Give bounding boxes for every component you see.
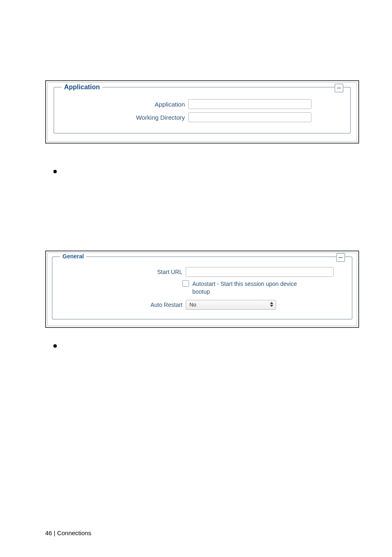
row-working-directory: Working Directory — [62, 112, 343, 122]
mid-spacer — [45, 168, 359, 251]
label-auto-restart: Auto Restart — [59, 302, 186, 308]
figure-inner: Application Application Working Director… — [47, 82, 357, 142]
select-auto-restart[interactable]: No — [186, 300, 276, 310]
input-application[interactable] — [188, 99, 311, 109]
page-footer: 46 | Connections — [45, 529, 91, 536]
label-application: Application — [62, 101, 188, 108]
input-start-url[interactable] — [186, 267, 334, 277]
label-working-directory: Working Directory — [62, 114, 188, 121]
row-start-url: Start URL — [59, 267, 345, 277]
top-spacer — [45, 21, 359, 80]
figure-inner: General Start URL Autostart - Start this… — [47, 253, 357, 326]
input-working-directory[interactable] — [188, 112, 311, 122]
page: Application Application Working Director… — [0, 0, 392, 557]
checkbox-autostart[interactable] — [182, 280, 189, 287]
figure-application: Application Application Working Director… — [45, 80, 359, 144]
minus-icon — [339, 257, 343, 258]
svg-marker-0 — [270, 302, 273, 304]
collapse-button[interactable] — [334, 84, 344, 93]
row-application: Application — [62, 99, 343, 109]
row-autostart: Autostart - Start this session upon devi… — [59, 280, 345, 296]
label-autostart: Autostart - Start this session upon devi… — [192, 280, 311, 296]
collapse-button[interactable] — [336, 253, 345, 262]
fieldset-general: General Start URL Autostart - Start this… — [52, 256, 353, 320]
updown-icon — [267, 301, 276, 309]
minus-icon — [337, 88, 341, 88]
fieldset-application: Application Application Working Director… — [53, 87, 351, 134]
svg-marker-1 — [270, 305, 273, 307]
figure-general: General Start URL Autostart - Start this… — [45, 251, 359, 328]
row-auto-restart: Auto Restart No — [59, 300, 345, 310]
legend-general: General — [60, 253, 86, 260]
legend-application: Application — [62, 84, 102, 91]
select-value: No — [186, 302, 196, 308]
label-start-url: Start URL — [59, 269, 186, 275]
